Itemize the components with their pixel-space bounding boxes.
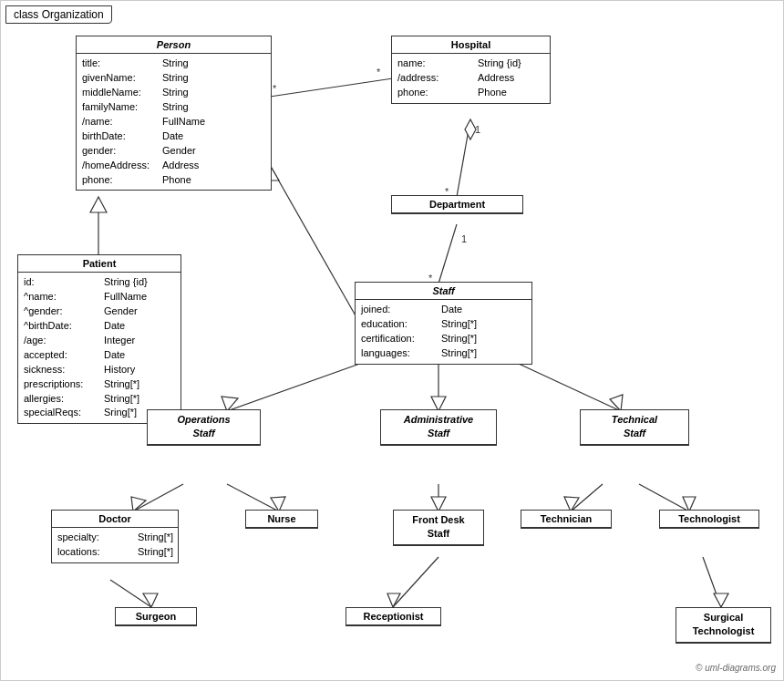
class-staff: Staff joined:Date education:String[*] ce… (355, 282, 532, 365)
class-front-desk-staff-header: Front DeskStaff (394, 511, 483, 545)
svg-line-7 (438, 224, 457, 284)
class-staff-header: Staff (356, 283, 531, 300)
class-patient-body: id:String {id} ^name:FullName ^gender:Ge… (18, 273, 181, 423)
class-hospital: Hospital name:String {id} /address:Addre… (391, 36, 551, 104)
svg-line-29 (571, 484, 603, 511)
class-doctor: Doctor specialty:String[*] locations:Str… (51, 510, 179, 563)
class-operations-staff-header: OperationsStaff (148, 410, 260, 445)
class-doctor-body: specialty:String[*] locations:String[*] (52, 528, 178, 562)
svg-text:*: * (273, 83, 277, 94)
svg-line-23 (133, 484, 183, 511)
svg-marker-36 (387, 593, 400, 607)
class-front-desk-staff: Front DeskStaff (393, 510, 484, 546)
class-surgeon: Surgeon (115, 607, 197, 626)
diagram-container: class Organization * * 1 * 1 * (0, 0, 784, 681)
class-operations-staff: OperationsStaff (147, 409, 261, 446)
class-hospital-body: name:String {id} /address:Address phone:… (392, 54, 550, 103)
class-receptionist-header: Receptionist (346, 608, 440, 625)
svg-marker-34 (143, 593, 158, 607)
class-doctor-header: Doctor (52, 511, 178, 528)
svg-marker-38 (714, 593, 728, 607)
svg-text:1: 1 (475, 124, 480, 135)
svg-text:1: 1 (461, 233, 467, 244)
svg-line-0 (270, 78, 393, 97)
class-surgical-technologist-header: SurgicalTechnologist (676, 608, 770, 643)
svg-line-25 (227, 484, 279, 511)
svg-line-35 (393, 557, 438, 607)
class-patient: Patient id:String {id} ^name:FullName ^g… (17, 254, 181, 424)
class-person-header: Person (77, 36, 271, 54)
class-department: Department (391, 195, 523, 214)
class-technician-header: Technician (521, 511, 611, 528)
svg-text:*: * (377, 67, 381, 77)
class-technical-staff-header: TechnicalStaff (581, 410, 688, 445)
class-person: Person title:String givenName:String mid… (76, 36, 272, 191)
class-receptionist: Receptionist (346, 607, 441, 626)
svg-marker-4 (465, 119, 476, 139)
class-nurse-header: Nurse (246, 511, 317, 528)
class-person-body: title:String givenName:String middleName… (77, 54, 271, 190)
class-technical-staff: TechnicalStaff (580, 409, 689, 446)
svg-line-31 (639, 484, 689, 511)
diagram-title: class Organization (5, 5, 112, 24)
class-surgical-technologist: SurgicalTechnologist (676, 607, 771, 644)
svg-line-37 (703, 557, 721, 607)
class-staff-body: joined:Date education:String[*] certific… (356, 300, 531, 364)
class-technologist: Technologist (659, 510, 759, 529)
class-administrative-staff: AdministrativeStaff (380, 409, 497, 446)
class-administrative-staff-header: AdministrativeStaff (381, 410, 496, 445)
class-patient-header: Patient (18, 255, 181, 273)
copyright: © uml-diagrams.org (696, 663, 776, 673)
svg-line-33 (110, 580, 151, 607)
svg-line-12 (270, 165, 356, 317)
class-surgeon-header: Surgeon (116, 608, 196, 625)
class-department-header: Department (392, 196, 522, 213)
class-technologist-header: Technologist (660, 511, 758, 528)
svg-marker-11 (90, 197, 107, 212)
class-technician: Technician (521, 510, 612, 529)
svg-line-3 (457, 119, 470, 197)
class-hospital-header: Hospital (392, 36, 550, 54)
class-nurse: Nurse (245, 510, 318, 529)
